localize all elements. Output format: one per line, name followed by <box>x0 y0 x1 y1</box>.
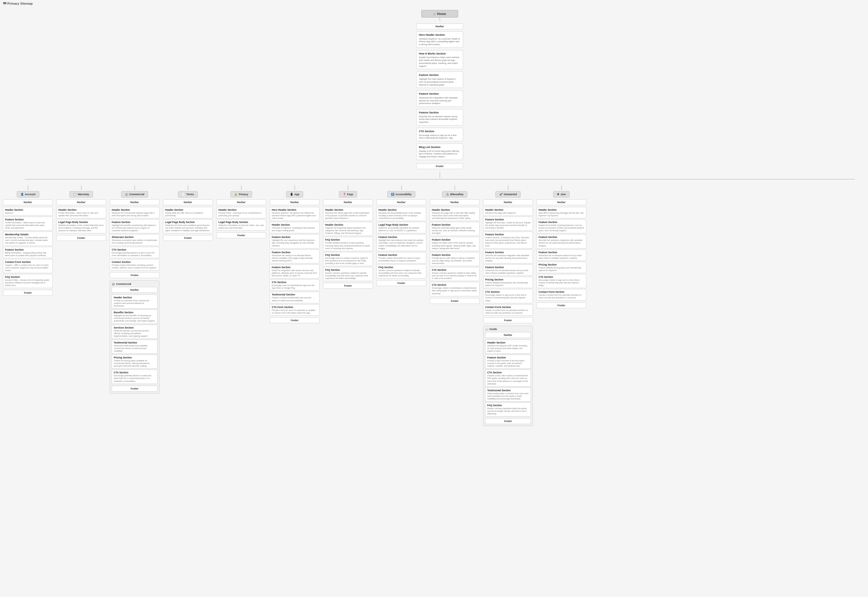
page-icon: 🚀 <box>499 193 502 196</box>
section-box: Hero Header SectionIntroduce Equinox+ as… <box>416 31 463 48</box>
ps-box: Feature SectionDetail the essential safe… <box>430 222 480 236</box>
page-header-account: 👤Account <box>17 191 39 198</box>
v-connector <box>455 185 455 190</box>
footer-box: Footer <box>163 235 213 241</box>
ps-box: Legal Page Body SectionDetail the access… <box>376 222 426 233</box>
connector-home <box>440 18 440 21</box>
footer-box: Footer <box>323 283 373 289</box>
subgroup-guide: 📖GuideNavbarHeader SectionIntroduce the … <box>483 325 533 426</box>
subgroup-section-list: NavbarHeader SectionProvide an overview … <box>112 287 158 392</box>
page-icon: 👤 <box>21 193 24 196</box>
page-column-bikesafety: 🚴BikesafetyNavbarHeader SectionIntroduce… <box>430 185 480 304</box>
ps-box: Pricing SectionFeature detailed pricing … <box>483 277 533 288</box>
ps-box: Header SectionIntroduce the page with a … <box>430 207 480 221</box>
section-list: NavbarHeader SectionIntroduce the Access… <box>376 199 426 286</box>
main-h-line <box>25 179 855 180</box>
page-icon: 🏢 <box>125 193 128 196</box>
sitemap-icon: 🗺 <box>3 2 6 5</box>
page-header-accessibility: ♿Accessibility <box>387 191 415 198</box>
ps-box: Contact Form SectionInclude a contact fo… <box>483 304 533 316</box>
page-icon: 📄 <box>182 193 185 196</box>
ps-box: Testimonial SectionShare testimonials or… <box>485 388 531 401</box>
v-connector <box>348 185 348 190</box>
ps-box: CTA SectionEncourage visitors to downloa… <box>430 282 480 296</box>
section-list: NavbarHeader SectionEquinox+Feature Sect… <box>3 199 53 296</box>
ps-box: Contact Form SectionInclude a contact fo… <box>537 289 586 300</box>
navbar-box: Navbar <box>323 199 373 205</box>
ps-box: Header SectionProfile Information - Allo… <box>56 207 106 218</box>
ps-box: Feature SectionBilling Information - Dis… <box>3 247 53 258</box>
ps-box: CTA SectionEncourage potential partners … <box>110 247 159 258</box>
page-column-commercial: 🏢CommercialNavbarHeader SectionIntroduce… <box>110 185 159 394</box>
page-icon: ❓ <box>343 193 346 196</box>
page-column-getstarted: 🚀GetstartedNavbarHeader SectionIntroduce… <box>483 185 533 426</box>
page-icon: ✚ <box>557 193 559 196</box>
ps-box: Legal Page Body SectionDetail the full t… <box>163 219 213 233</box>
ps-box: Feature SectionDescribe the seamless int… <box>537 234 586 248</box>
navbar-box: Navbar <box>485 332 531 338</box>
section-list: NavbarHeader SectionIntroduce the FAQs p… <box>323 199 373 289</box>
section-box: Feature SectionDescribe the on-demand cl… <box>416 109 463 125</box>
footer-box: Footer <box>416 163 463 169</box>
page-header-join: ✚Join <box>553 191 570 198</box>
ps-box: Feature SectionProvide tips for safe rid… <box>430 252 480 266</box>
navbar-box: Navbar <box>537 199 586 205</box>
ps-box: FAQ SectionAnswer common questions relat… <box>376 264 426 278</box>
ps-box: Header SectionIntroduce the Accessibilit… <box>376 207 426 221</box>
ps-box: Pricing SectionOutline the pricing plans… <box>112 355 158 369</box>
v-connector <box>241 185 242 190</box>
v-connector <box>28 185 28 190</box>
page-icon: 📋 <box>73 193 76 196</box>
navbar-box: Navbar <box>483 199 533 205</box>
ps-box: Feature SectionHighlight the user experi… <box>270 234 320 248</box>
navbar-box: Navbar <box>430 199 480 205</box>
ps-box: Header SectionIntroduce the FAQs page wi… <box>323 207 373 221</box>
subpages-row: 👤AccountNavbarHeader SectionEquinox+Feat… <box>3 185 868 432</box>
ps-box: Feature SectionHighlight the benefits of… <box>110 219 159 233</box>
ps-box: Services SectionDetail the specific comm… <box>112 325 158 339</box>
home-node: ⌂ Home <box>421 10 458 18</box>
ps-box: FAQ SectionAccount FAQs - Include a list… <box>3 274 53 288</box>
ps-box: CTA SectionEncourage visitors to sign up… <box>537 274 586 288</box>
ps-box: Pricing SectionFeature detailed pricing … <box>537 262 586 273</box>
ps-box: CTA SectionAnswer common questions relat… <box>430 267 480 281</box>
ps-box: Testimonial SectionShowcase testimonials… <box>112 340 158 354</box>
v-connector <box>561 185 562 190</box>
v-connector <box>188 185 188 190</box>
v-connector <box>294 185 295 190</box>
ps-box: Header SectionPrivacy Policy - Overview … <box>216 207 266 218</box>
ps-box: Contact SectionProvide contact informati… <box>110 259 159 270</box>
page-column-accessibility: ♿AccessibilityNavbarHeader SectionIntrod… <box>376 185 426 286</box>
subgroup-section-list: NavbarHeader SectionIntroduce the Equino… <box>485 332 531 425</box>
footer-box: Footer <box>270 318 320 323</box>
ps-box: Feature SectionProvide contact informati… <box>376 252 426 263</box>
page-header-privacy: 🔒Privacy <box>230 191 252 198</box>
navbar-box: Navbar <box>270 199 320 205</box>
ps-box: Header SectionEquinox+ <box>3 207 53 216</box>
section-box: How It Works SectionExplain how Equinox … <box>416 50 463 70</box>
ps-box: Feature SectionDescribe the seamless int… <box>483 249 533 263</box>
ps-box: CTA SectionInclude a clear call-to-actio… <box>485 370 531 386</box>
page-column-join: ✚JoinNavbarHeader SectionStart with a we… <box>537 185 586 308</box>
ps-box: Header SectionProvide an overview of the… <box>112 294 158 309</box>
footer-box: Footer <box>110 272 159 278</box>
ps-box: Membership DetailsMembership Details - P… <box>3 232 53 246</box>
footer-box: Footer <box>483 318 533 323</box>
ps-box: Feature SectionProfile Information - All… <box>3 217 53 231</box>
ps-box: Header SectionIntroduce the Equinox PDF … <box>485 340 531 354</box>
v-connector <box>508 185 508 190</box>
ps-box: Header SectionOrganize the frequently as… <box>323 222 373 236</box>
ps-box: Feature SectionFeature Section: Customiz… <box>483 232 533 248</box>
page-header-faqs: ❓Faqs <box>339 191 357 198</box>
ps-box: Contact Form SectionSupport - Offer a co… <box>3 259 53 273</box>
footer-box: Footer <box>3 290 53 296</box>
section-list: NavbarHeader SectionIntroduce the page w… <box>483 199 533 323</box>
ps-box: FAQ SectionAnswer common questions about… <box>485 402 531 416</box>
subgroup-commercial: 🏢CommercialNavbarHeader SectionProvide a… <box>110 281 159 394</box>
section-box: CTA SectionEncourage visitors to sign up… <box>416 128 463 141</box>
section-box: Feature SectionHighlight the main featur… <box>416 71 463 88</box>
ps-box: CTA Form SectionProvide a form for users… <box>270 304 320 316</box>
page-column-privacy: 🔒PrivacyNavbarHeader SectionPrivacy Poli… <box>216 185 266 238</box>
ps-box: FAQ SectionAnswer common questions relat… <box>323 267 373 281</box>
ps-box: CTA SectionEncourage visitors to sign up… <box>483 289 533 303</box>
